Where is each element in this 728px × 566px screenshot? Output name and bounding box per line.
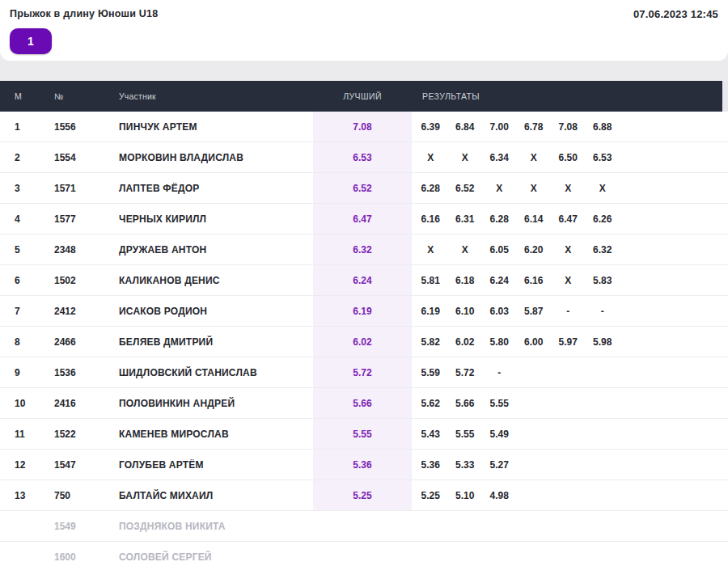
place-cell: 3 [0,183,54,194]
attempt-value: 6.14 [517,213,552,225]
attempt-value: 6.18 [448,275,483,286]
attempt-value: 6.47 [551,213,586,225]
table-row: 7 2412 ИСАКОВ РОДИОН 6.19 6.196.106.035.… [0,296,728,327]
attempt-value: 5.66 [448,398,483,409]
attempt-value: 6.16 [517,275,552,286]
attempt-value: 6.78 [517,121,552,133]
place-cell: 4 [0,213,54,225]
name-cell: ДРУЖАЕВ АНТОН [119,244,313,256]
attempts-cell: 6.196.106.035.87-- [412,296,728,326]
place-cell: 11 [0,429,54,440]
column-header-results-label: РЕЗУЛЬТАТЫ [422,91,480,101]
attempt-value: 5.98 [586,336,620,348]
best-cell: 5.36 [313,450,412,479]
place-cell: 2 [0,152,54,163]
attempt-value: 5.43 [413,429,448,440]
bib-cell: 2412 [54,306,119,317]
table-row: 1 1556 ПИНЧУК АРТЕМ 7.08 6.396.847.006.7… [0,112,728,142]
place-cell: 12 [0,459,54,471]
attempt-value: 6.02 [448,336,483,348]
name-cell: БЕЛЯЕВ ДМИТРИЙ [119,336,313,348]
table-row: 6 1502 КАЛИКАНОВ ДЕНИС 6.24 5.816.186.24… [0,265,728,296]
table-row: 1600 СОЛОВЕЙ СЕРГЕЙ [0,542,728,566]
table-row: 8 2466 БЕЛЯЕВ ДМИТРИЙ 6.02 5.826.025.806… [0,327,728,357]
attempt-value: X [482,183,517,194]
attempts-cell: 5.365.335.27 [412,450,728,479]
attempt-value: - [586,306,620,317]
bib-cell: 1600 [54,551,119,563]
column-header-name: Участник [119,91,313,101]
bib-cell: 1502 [54,275,119,286]
attempt-value: 5.72 [448,367,483,378]
table-row: 1549 ПОЗДНЯКОВ НИКИТА [0,511,728,542]
attempt-value: X [448,244,483,256]
attempt-value: 4.98 [482,490,517,501]
attempts-cell: XX6.056.20X6.32 [412,234,728,264]
name-cell: ИСАКОВ РОДИОН [119,306,313,317]
attempt-value: 6.88 [586,121,620,133]
best-cell [313,542,412,566]
attempts-cell: 6.166.316.286.146.476.26 [412,204,728,234]
place-cell: 13 [0,490,54,501]
name-cell: КАЛИКАНОВ ДЕНИС [119,275,313,286]
attempt-value: 5.82 [413,336,448,348]
attempt-value: 5.55 [448,429,483,440]
place-cell: 7 [0,306,54,317]
attempt-value: X [551,244,586,256]
column-header-results: РЕЗУЛЬТАТЫ [412,81,722,112]
attempts-cell: 5.595.72- [412,357,728,387]
results-table: М № Участник ЛУЧШИЙ РЕЗУЛЬТАТЫ 1 1556 ПИ… [0,81,728,566]
event-title: Прыжок в длину Юноши U18 [10,8,718,19]
bib-cell: 1577 [54,213,119,225]
column-header-bib: № [54,91,119,101]
attempt-value: X [517,183,552,194]
best-cell: 6.19 [313,296,412,326]
best-cell: 6.47 [313,204,412,234]
scrollbar-track [722,81,728,112]
name-cell: ЛАПТЕВ ФЁДОР [119,183,313,194]
attempt-value: 6.32 [586,244,620,256]
bib-cell: 2416 [54,398,119,409]
attempt-value: 5.59 [413,367,448,378]
best-cell: 5.66 [313,388,412,418]
attempt-value: 5.27 [482,459,517,471]
column-header-place: М [0,91,54,101]
round-1-button[interactable]: 1 [10,28,52,54]
bib-cell: 1536 [54,367,119,378]
attempt-value: 6.10 [448,306,483,317]
bib-cell: 1549 [54,521,119,532]
table-body: 1 1556 ПИНЧУК АРТЕМ 7.08 6.396.847.006.7… [0,112,728,566]
table-row: 10 2416 ПОЛОВИНКИН АНДРЕЙ 5.66 5.625.665… [0,388,728,419]
best-cell: 5.25 [313,480,412,510]
name-cell: БАЛТАЙС МИХАИЛ [119,490,313,501]
column-header-best: ЛУЧШИЙ [313,81,412,112]
table-row: 12 1547 ГОЛУБЕВ АРТЁМ 5.36 5.365.335.27 [0,450,728,480]
attempt-value: X [413,244,448,256]
table-row: 11 1522 КАМЕНЕВ МИРОСЛАВ 5.55 5.435.555.… [0,419,728,450]
attempt-value: 5.81 [413,275,448,286]
bib-cell: 1554 [54,152,119,163]
attempt-value: 6.31 [448,213,483,225]
bib-cell: 2348 [54,244,119,256]
table-row: 2 1554 МОРКОВИН ВЛАДИСЛАВ 6.53 XX6.34X6.… [0,142,728,173]
table-row: 13 750 БАЛТАЙС МИХАИЛ 5.25 5.255.104.98 [0,480,728,511]
attempt-value: 6.05 [482,244,517,256]
attempts-cell: 5.435.555.49 [412,419,728,449]
attempts-cell: 6.286.52XXXX [412,173,728,203]
attempt-value: 5.10 [448,490,483,501]
attempt-value: 6.39 [413,121,448,133]
name-cell: ПИНЧУК АРТЕМ [119,121,313,133]
attempts-cell [412,542,728,566]
name-cell: ГОЛУБЕВ АРТЁМ [119,459,313,471]
attempt-value: 6.28 [482,213,517,225]
best-cell: 6.02 [313,327,412,357]
attempts-cell [412,511,728,541]
attempt-value: - [551,306,586,317]
best-cell: 5.72 [313,357,412,387]
attempt-value: 6.00 [517,336,552,348]
bib-cell: 1571 [54,183,119,194]
attempt-value: 5.55 [482,398,517,409]
attempt-value: 5.49 [482,429,517,440]
name-cell: КАМЕНЕВ МИРОСЛАВ [119,429,313,440]
attempt-value: 5.36 [413,459,448,471]
